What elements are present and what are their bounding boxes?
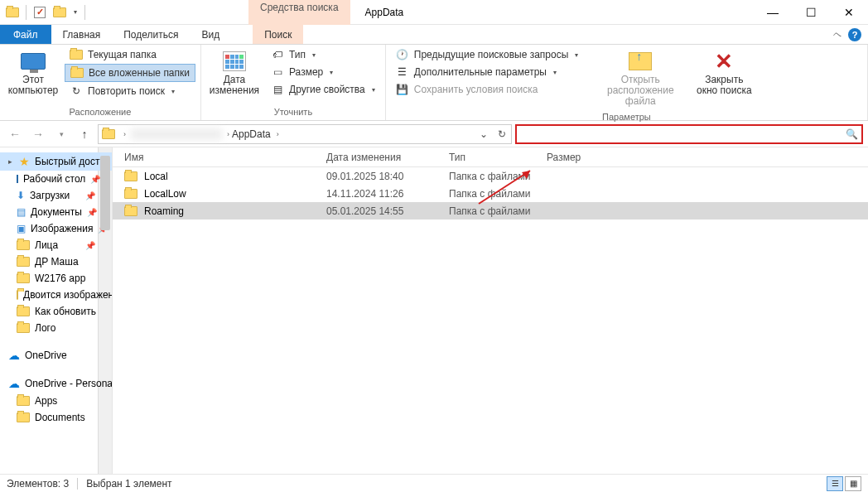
monitor-icon	[21, 53, 46, 70]
details-view-button[interactable]: ☰	[827, 476, 843, 491]
help-icon[interactable]: ?	[848, 28, 861, 41]
sidebar-item[interactable]: Лого	[0, 320, 112, 336]
quick-access-toolbar: ✓ ▾	[0, 3, 91, 22]
column-date[interactable]: Дата изменения	[326, 152, 449, 163]
open-location-button: Открыть расположение файла	[595, 46, 686, 110]
size-icon: ▭	[271, 65, 284, 79]
minimize-button[interactable]: —	[754, 0, 792, 25]
file-date: 09.01.2025 18:40	[326, 171, 449, 182]
sidebar-item[interactable]: Двоится изображение	[0, 287, 112, 303]
file-type: Папка с файлами	[449, 205, 547, 217]
picture-icon: ▣	[17, 223, 26, 234]
status-bar: Элементов: 3 Выбран 1 элемент ☰ ▦	[0, 474, 868, 492]
sidebar-item[interactable]: ▣Изображения📌	[0, 220, 112, 237]
search-box[interactable]: 🔍	[515, 124, 863, 144]
column-headers: Имя Дата изменения Тип Размер	[113, 147, 868, 167]
current-folder-button[interactable]: Текущая папка	[65, 46, 195, 63]
date-modified-button[interactable]: Дата изменения	[206, 46, 263, 99]
sidebar-item-label: Рабочий стол	[23, 173, 85, 185]
ribbon: Этот компьютер Текущая папка Все вложенн…	[0, 45, 868, 121]
cloud-icon: ☁	[8, 377, 20, 390]
back-button[interactable]: ←	[5, 124, 25, 144]
size-filter-button[interactable]: ▭ Размер▾	[266, 64, 380, 80]
search-again-button[interactable]: ↻ Повторить поиск▾	[65, 83, 195, 99]
sidebar-item[interactable]: ДР Маша	[0, 253, 112, 270]
column-name[interactable]: Имя	[113, 152, 326, 163]
sidebar-item[interactable]: Documents	[0, 409, 112, 426]
file-list: Имя Дата изменения Тип Размер Local09.01…	[113, 147, 868, 480]
view-tab[interactable]: Вид	[190, 25, 231, 44]
address-dropdown-icon[interactable]: ⌄	[475, 125, 493, 143]
group-label-options: Параметры	[391, 110, 862, 123]
search-tab[interactable]: Поиск	[253, 25, 303, 44]
refresh-button[interactable]: ↻	[493, 125, 511, 143]
folder-icon	[17, 323, 30, 333]
search-tools-contextual-tab: Средства поиска	[248, 0, 350, 25]
sidebar-item[interactable]: ⬇Загрузки📌	[0, 187, 112, 204]
search-input[interactable]	[520, 128, 846, 140]
folder-icon	[17, 273, 30, 283]
this-pc-button[interactable]: Этот компьютер	[5, 46, 61, 99]
file-tab[interactable]: Файл	[0, 25, 51, 44]
sidebar-item[interactable]: Лица📌	[0, 237, 112, 253]
collapse-ribbon-icon[interactable]: ヘ	[833, 29, 841, 41]
sidebar-item-label: Documents	[35, 412, 85, 423]
recent-locations-dropdown[interactable]: ▾	[51, 124, 71, 144]
close-button[interactable]: ✕	[830, 0, 868, 25]
sidebar-item[interactable]: W2176 app	[0, 270, 112, 287]
sidebar-item-label: Как обновить	[35, 306, 96, 317]
sidebar-item-label: Apps	[35, 395, 57, 407]
maximize-button[interactable]: ☐	[792, 0, 830, 25]
download-icon: ⬇	[17, 190, 25, 201]
address-segment-appdata[interactable]: AppData	[232, 128, 271, 140]
advanced-options-button[interactable]: ☰ Дополнительные параметры▾	[391, 64, 584, 80]
type-filter-button[interactable]: 🏷 Тип▾	[266, 46, 380, 63]
address-bar[interactable]: › ›AppData› ⌄ ↻	[98, 124, 512, 144]
sidebar-scrollbar[interactable]	[100, 156, 110, 230]
share-tab[interactable]: Поделиться	[112, 25, 190, 44]
close-x-icon: ✕	[715, 56, 733, 67]
folder-icon	[17, 240, 30, 250]
history-icon: 🕐	[396, 48, 409, 61]
file-name: Roaming	[144, 205, 184, 217]
sidebar-quick-access[interactable]: ★ Быстрый доступ	[0, 152, 112, 171]
table-row[interactable]: Local09.01.2025 18:40Папка с файлами	[113, 167, 868, 185]
column-size[interactable]: Размер	[547, 152, 613, 163]
ribbon-group-location: Этот компьютер Текущая папка Все вложенн…	[0, 45, 201, 120]
sidebar-onedrive-personal[interactable]: ☁ OneDrive - Personal	[0, 374, 112, 393]
file-name: Local	[144, 171, 168, 182]
folder-icon	[70, 50, 83, 60]
main-area: ★ Быстрый доступ Рабочий стол📌⬇Загрузки📌…	[0, 147, 868, 480]
table-row[interactable]: Roaming05.01.2025 14:55Папка с файлами	[113, 202, 868, 219]
search-icon[interactable]: 🔍	[846, 128, 858, 140]
sidebar-item[interactable]: Apps	[0, 393, 112, 409]
thumbnails-view-button[interactable]: ▦	[845, 476, 861, 491]
sidebar-item-label: Загрузки	[30, 190, 70, 201]
app-icon[interactable]	[3, 3, 22, 22]
sidebar-item[interactable]: ▤Документы📌	[0, 204, 112, 220]
sidebar-item-label: Изображения	[31, 223, 93, 234]
properties-icon: ▤	[271, 83, 284, 96]
document-icon: ▤	[17, 206, 26, 218]
open-folder-icon	[629, 52, 652, 70]
qat-properties-icon[interactable]: ✓	[31, 3, 49, 22]
up-button[interactable]: ↑	[75, 124, 94, 144]
home-tab[interactable]: Главная	[51, 25, 113, 44]
column-type[interactable]: Тип	[449, 152, 547, 163]
sidebar-onedrive[interactable]: ☁ OneDrive	[0, 346, 112, 364]
file-date: 14.11.2024 11:26	[326, 188, 449, 200]
qat-customize-dropdown[interactable]: ▾	[70, 8, 80, 16]
all-subfolders-button[interactable]: Все вложенные папки	[65, 64, 195, 82]
sidebar-item-label: Двоится изображение	[23, 289, 112, 301]
qat-new-folder-icon[interactable]	[51, 3, 69, 22]
sidebar-item[interactable]: Как обновить	[0, 303, 112, 320]
other-properties-button[interactable]: ▤ Другие свойства▾	[266, 81, 380, 98]
refresh-icon: ↻	[70, 84, 83, 98]
recent-searches-button[interactable]: 🕐 Предыдущие поисковые запросы▾	[391, 46, 584, 63]
file-date: 05.01.2025 14:55	[326, 205, 449, 217]
forward-button[interactable]: →	[28, 124, 48, 144]
ribbon-group-refine: Дата изменения 🏷 Тип▾ ▭ Размер▾ ▤ Другие…	[201, 45, 386, 120]
table-row[interactable]: LocalLow14.11.2024 11:26Папка с файлами	[113, 185, 868, 202]
close-search-button[interactable]: ✕ Закрыть окно поиска	[689, 46, 759, 99]
sidebar-item[interactable]: Рабочий стол📌	[0, 171, 112, 187]
